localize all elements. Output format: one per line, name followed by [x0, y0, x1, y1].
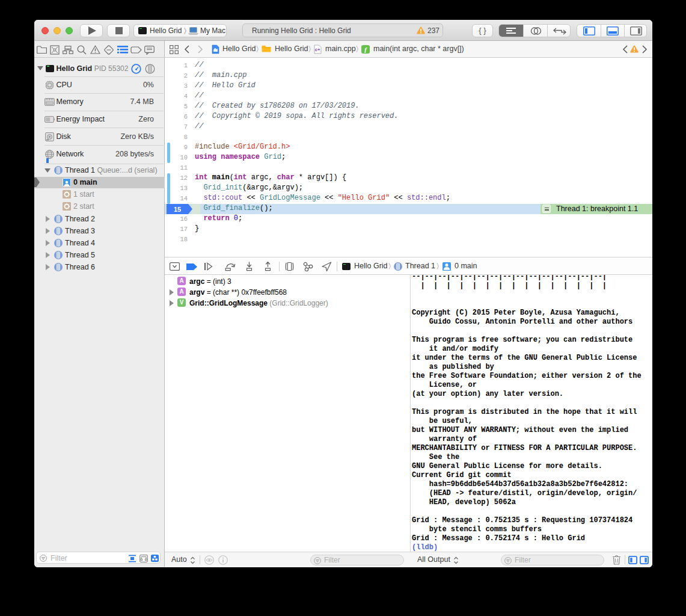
svg-text:c+: c+	[315, 47, 320, 52]
